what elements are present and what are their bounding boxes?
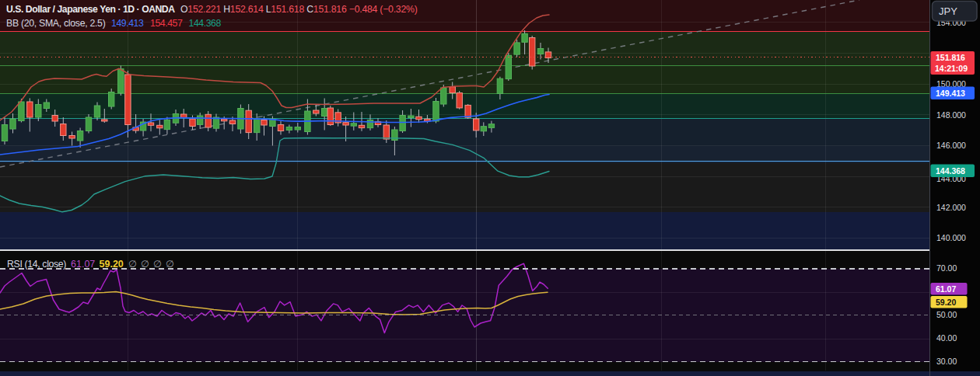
svg-text:59.20: 59.20	[936, 298, 956, 307]
svg-text:∅: ∅	[141, 259, 149, 270]
svg-text:61.07: 61.07	[936, 284, 956, 294]
svg-text:30.00: 30.00	[936, 357, 957, 366]
svg-text:142.000: 142.000	[936, 203, 966, 212]
svg-text:U.S. Dollar / Japanese Yen · 1: U.S. Dollar / Japanese Yen · 1D · OANDA	[6, 4, 175, 15]
svg-text:14:21:09: 14:21:09	[935, 64, 968, 73]
svg-text:140.000: 140.000	[936, 233, 966, 242]
svg-text:144.368: 144.368	[189, 18, 222, 29]
svg-text:O152.221 H152.614 L151.618 C15: O152.221 H152.614 L151.618 C151.816 −0.4…	[180, 4, 418, 15]
svg-text:149.413: 149.413	[111, 18, 144, 29]
svg-text:149.413: 149.413	[936, 89, 965, 98]
svg-text:148.000: 148.000	[936, 110, 966, 120]
svg-text:∅: ∅	[128, 259, 137, 270]
svg-text:50.00: 50.00	[936, 310, 957, 319]
svg-text:BB (20, SMA, close, 2.5): BB (20, SMA, close, 2.5)	[6, 18, 106, 29]
svg-text:144.368: 144.368	[936, 166, 965, 176]
svg-text:146.000: 146.000	[936, 141, 966, 150]
svg-text:154.457: 154.457	[150, 18, 183, 29]
svg-text:40.00: 40.00	[936, 333, 957, 343]
svg-text:59.20: 59.20	[100, 259, 124, 270]
svg-text:70.00: 70.00	[936, 263, 957, 273]
svg-text:151.816: 151.816	[936, 53, 965, 62]
svg-text:61.07: 61.07	[71, 259, 95, 270]
svg-text:∅: ∅	[166, 259, 174, 270]
svg-text:JPY: JPY	[939, 5, 957, 17]
svg-text:∅: ∅	[153, 259, 162, 270]
svg-text:RSI (14, close): RSI (14, close)	[7, 259, 66, 270]
